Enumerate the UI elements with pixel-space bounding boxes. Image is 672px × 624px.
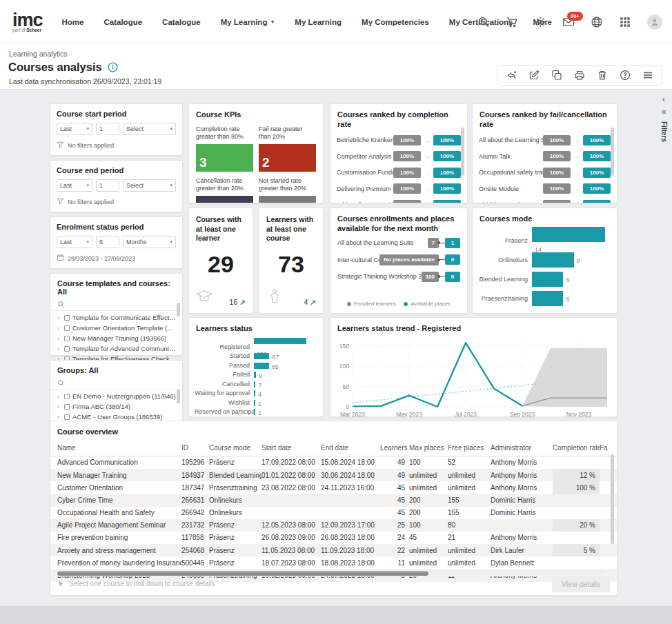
column-header-fa[interactable]: Fa (600, 444, 609, 452)
ranked-row[interactable]: All about the Learning Suite100%→100% (479, 132, 611, 149)
column-header-id[interactable]: ID (181, 444, 209, 452)
checkbox[interactable] (64, 346, 70, 352)
unit-dropdown[interactable]: Select▾ (123, 179, 176, 192)
relative-dropdown[interactable]: Last▾ (57, 236, 92, 248)
available-badge: 0 (445, 254, 460, 265)
panel-enrollments: Courses enrollments and places available… (330, 208, 468, 314)
search-input[interactable] (50, 379, 182, 390)
ranked-row[interactable]: Ethics of Expert Evidence100%→100% (337, 197, 461, 204)
collapse-chevron-icon[interactable]: ‹ (662, 95, 665, 103)
relative-dropdown[interactable]: Last▾ (57, 179, 92, 192)
tree-item[interactable]: ›EN Demo - Nutzergruppen (11/946) (50, 391, 182, 401)
delete-icon[interactable] (597, 70, 608, 81)
checkbox[interactable] (64, 325, 70, 331)
expander-icon[interactable]: › (57, 345, 61, 352)
nav-item-my-learning[interactable]: My Learning▼ (221, 18, 275, 26)
language-icon[interactable] (591, 16, 603, 28)
edit-icon[interactable] (528, 70, 540, 81)
table-row[interactable]: Occupational Health and Safety266942Onli… (50, 507, 617, 519)
nav-item-my-competencies[interactable]: My Competencies (362, 18, 429, 26)
expander-icon[interactable]: › (57, 393, 61, 400)
print-icon[interactable] (574, 70, 585, 81)
ranked-row[interactable]: Phishing Attacks100%→100% (479, 197, 611, 204)
table-row[interactable]: New Manager Training184937Blended Learni… (50, 469, 617, 481)
cart-icon[interactable] (506, 16, 518, 28)
apps-icon[interactable] (619, 16, 631, 28)
number-input[interactable]: 6 (96, 236, 119, 248)
settings-icon[interactable] (534, 16, 546, 28)
column-header-course-mode[interactable]: Course mode (209, 444, 261, 452)
panel-scrollbar[interactable] (611, 128, 614, 176)
expander-icon[interactable]: › (57, 314, 61, 321)
relative-dropdown[interactable]: Last▾ (57, 123, 92, 135)
tree-item[interactable]: ›Firma ABC (380/14) (50, 401, 182, 412)
imc-logo[interactable]: imc part of Scheer (12, 11, 43, 33)
checkbox[interactable] (64, 394, 70, 399)
table-row[interactable]: Customer Orientation187347Präsenztrainin… (50, 481, 617, 494)
column-header-max-places[interactable]: Max places (409, 444, 448, 452)
column-header-start-date[interactable]: Start date (261, 444, 321, 452)
column-header-end-date[interactable]: End date (321, 444, 380, 452)
table-row[interactable]: Advanced Communication195296Präsenz17.09… (50, 456, 617, 469)
arrow-right-icon: → (573, 169, 580, 177)
ranked-row[interactable]: Competitor Analysis100%→100% (337, 148, 461, 165)
checkbox[interactable] (64, 404, 70, 410)
logo-subtext: part of Scheer (12, 28, 43, 33)
column-header-free-places[interactable]: Free places (448, 444, 491, 452)
table-row[interactable]: Prevention of money laundering Insurance… (50, 556, 617, 569)
help-icon[interactable] (620, 70, 631, 81)
double-chevron-icon[interactable]: « (662, 108, 666, 116)
nav-item-catalogue[interactable]: Catalogue (162, 18, 201, 26)
search-icon[interactable] (477, 16, 490, 28)
copy-icon[interactable] (551, 70, 562, 81)
panel-scrollbar[interactable] (461, 128, 464, 176)
course-name: Strategic Thinking Workshop 2023 (337, 273, 422, 280)
expander-icon[interactable]: › (57, 325, 61, 332)
avatar[interactable] (647, 14, 662, 30)
table-row[interactable]: Fire prevention training117858Präsenz26.… (50, 532, 617, 544)
filters-rail-label[interactable]: Filters (660, 121, 668, 142)
panel-scrollbar[interactable] (177, 303, 180, 316)
ranked-row[interactable]: Alumni Talk100%→100% (479, 148, 611, 165)
expander-icon[interactable]: › (57, 335, 61, 342)
column-header-completion-rate[interactable]: Completion rate (553, 444, 600, 452)
unit-dropdown[interactable]: Select▾ (123, 123, 176, 135)
ranked-row[interactable]: Delivering Premium Service100%→100% (337, 181, 461, 197)
number-input[interactable]: 1 (96, 179, 119, 192)
nav-item-my-learning[interactable]: My Learning (295, 18, 342, 26)
table-row[interactable]: Cyber Crime Time266631Onlinekurs45200155… (50, 494, 617, 506)
tree-item[interactable]: ›New Manager Training (193666) (50, 333, 182, 343)
column-header-administrator[interactable]: Administrator (491, 444, 553, 452)
tree-item[interactable]: ›Customer Orientation Template (1/53... (50, 323, 182, 333)
kpi-value-block: 3 (196, 196, 253, 203)
view-details-button[interactable]: View details (552, 576, 610, 592)
panel-scrollbar[interactable] (177, 390, 180, 403)
ranked-row[interactable]: Onsite Module100%→100% (479, 181, 611, 197)
search-input[interactable] (50, 301, 182, 311)
number-input[interactable]: 1 (96, 123, 119, 135)
ranked-row[interactable]: Customisation Fundamentals100%→100% (337, 165, 461, 181)
vertical-scrollbar[interactable] (611, 454, 614, 544)
info-icon[interactable] (108, 62, 118, 72)
column-header-learners[interactable]: Learners ▼ (380, 444, 409, 452)
tree-item[interactable]: ›Template for Advanced Communicatio... (50, 343, 182, 354)
messages-icon[interactable]: 99+ (562, 16, 575, 28)
checkbox[interactable] (64, 315, 70, 321)
table-row[interactable]: Agile Project Management Seminar231732Pr… (50, 519, 617, 532)
expander-icon[interactable]: › (57, 414, 61, 421)
ranked-row[interactable]: Betriebliche Krankenversiche...100%→100% (337, 132, 461, 149)
nav-item-home[interactable]: Home (62, 18, 84, 26)
checkbox[interactable] (64, 414, 70, 420)
table-row[interactable]: Anxiety and stress management254068Präse… (50, 544, 617, 556)
ranked-row[interactable]: Occupational safety training100%→100% (479, 165, 611, 181)
column-header-name[interactable]: Name (57, 444, 181, 452)
svg-text:50: 50 (343, 383, 350, 390)
expander-icon[interactable]: › (57, 403, 61, 410)
checkbox[interactable] (64, 336, 70, 341)
breadcrumb[interactable]: Learning analytics (9, 50, 68, 58)
tree-item[interactable]: ›Template for Communicate Effectively ..… (50, 312, 182, 323)
unit-dropdown[interactable]: Months▾ (123, 236, 176, 248)
share-icon[interactable] (506, 70, 517, 81)
menu-icon[interactable] (642, 70, 653, 81)
nav-item-catalogue[interactable]: Catalogue (103, 18, 142, 26)
